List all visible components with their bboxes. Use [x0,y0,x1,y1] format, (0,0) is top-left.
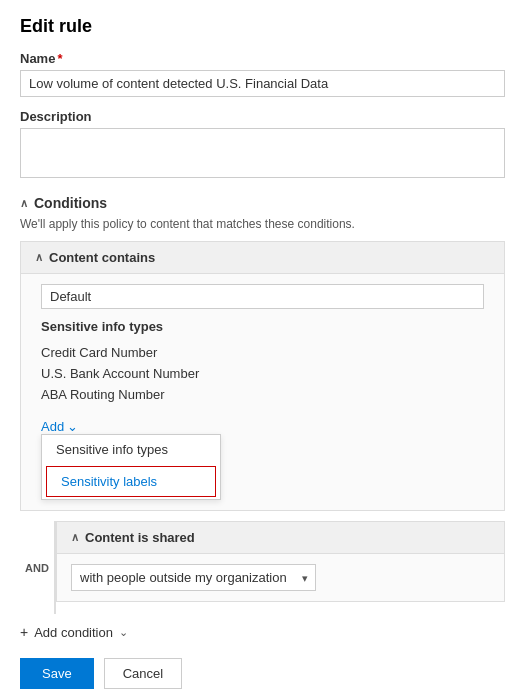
add-chevron-icon: ⌄ [67,419,78,434]
description-field-group: Description [20,109,505,195]
page-container: Edit rule Name* Description ∧ Conditions… [0,0,525,700]
conditions-section: ∧ Conditions We'll apply this policy to … [20,195,505,614]
content-shared-chevron-icon: ∧ [71,531,79,544]
list-item: ABA Routing Number [41,384,484,405]
dropdown-item-sensitivity-labels[interactable]: Sensitivity labels [47,467,215,496]
sensitive-info-types-label: Sensitive info types [41,319,484,334]
content-shared-header: ∧ Content is shared [57,522,504,554]
content-contains-chevron-icon: ∧ [35,251,43,264]
content-shared-container: ∧ Content is shared with people outside … [56,521,505,602]
name-field-group: Name* [20,51,505,109]
dropdown-item-sensitive-info[interactable]: Sensitive info types [42,435,220,464]
list-item: U.S. Bank Account Number [41,363,484,384]
content-contains-header: ∧ Content contains [21,242,504,274]
conditions-header: ∧ Conditions [20,195,505,211]
footer-buttons: Save Cancel [20,658,505,689]
add-condition-chevron-icon: ⌄ [119,626,128,639]
page-title: Edit rule [20,16,505,37]
name-input[interactable] [20,70,505,97]
and-row: AND ∧ Content is shared with people outs… [20,521,505,614]
cancel-button[interactable]: Cancel [104,658,182,689]
content-is-shared-box: ∧ Content is shared with people outside … [56,521,505,614]
content-shared-body: with people outside my organization [57,554,504,601]
add-dropdown-menu: Sensitive info types Sensitivity labels [41,434,221,500]
conditions-chevron-icon: ∧ [20,197,28,210]
content-contains-body: Sensitive info types Credit Card Number … [21,274,504,510]
content-contains-box: ∧ Content contains Sensitive info types … [20,241,505,511]
conditions-description: We'll apply this policy to content that … [20,217,505,231]
shared-select-wrapper: with people outside my organization [71,564,316,591]
name-label: Name* [20,51,505,66]
add-link[interactable]: Add ⌄ [41,419,78,434]
and-label: AND [20,521,56,614]
shared-select[interactable]: with people outside my organization [71,564,316,591]
description-label: Description [20,109,505,124]
add-condition-label: Add condition [34,625,113,640]
default-input[interactable] [41,284,484,309]
add-condition-row[interactable]: + Add condition ⌄ [20,624,505,640]
list-item: Credit Card Number [41,342,484,363]
required-star: * [57,51,62,66]
description-input[interactable] [20,128,505,178]
add-condition-plus-icon: + [20,624,28,640]
save-button[interactable]: Save [20,658,94,689]
add-dropdown-area: Add ⌄ Sensitive info types Sensitivity l… [41,405,484,500]
